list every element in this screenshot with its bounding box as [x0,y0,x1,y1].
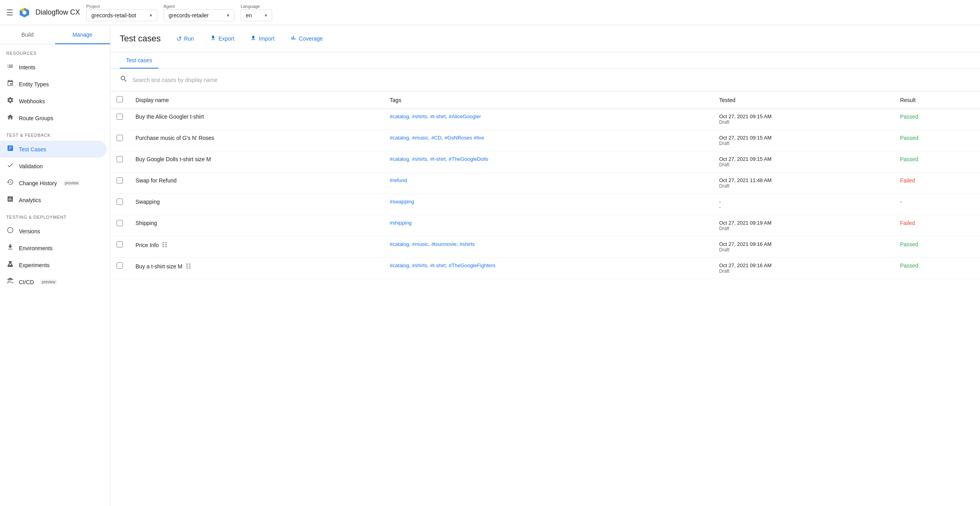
hamburger-icon[interactable]: ☰ [6,8,13,17]
topbar-selectors: Project grecords-retail-bot ▾ Agent grec… [86,4,974,21]
project-dropdown[interactable]: grecords-retail-bot ▾ [86,9,157,21]
tag[interactable]: #t-shirt, [430,262,447,268]
tag[interactable]: #t-shirt, [430,113,447,119]
row-checkbox-0[interactable] [117,113,123,120]
table-row: Purchase music of G's N' Roses#catalog,#… [110,130,980,151]
result-value: Passed [900,262,919,269]
route-groups-icon [6,113,14,123]
language-dropdown[interactable]: en ▾ [241,9,272,21]
versions-icon [6,227,14,236]
sidebar: Build Manage RESOURCES Intents Entity Ty… [0,25,110,506]
row-checkbox-2[interactable] [117,156,123,162]
search-icon [120,75,128,85]
tag[interactable]: #refund [390,177,407,183]
tag[interactable]: #AliceGoogler [449,113,481,119]
sidebar-item-versions[interactable]: Versions [0,223,107,240]
display-name-cell: Swapping [135,199,377,205]
agent-selector[interactable]: Agent grecords-retailer ▾ [163,4,234,21]
tag[interactable]: #catalog, [390,262,410,268]
tag[interactable]: #t-shirt, [430,156,447,162]
header-display-name: Display name [129,91,383,109]
run-icon: ↺ [176,35,182,43]
intents-label: Intents [19,64,35,71]
tag[interactable]: #catalog, [390,113,410,119]
sidebar-item-change-history[interactable]: Change History preview [0,175,107,192]
result-value: Passed [900,241,919,247]
tested-cell: Oct 27, 2021 09:19 AMDraft [713,215,894,236]
tag[interactable]: #GsNRoses [445,135,472,141]
display-name-text[interactable]: Buy a t-shirt size M [135,263,182,270]
tag[interactable]: #live [474,135,484,141]
sidebar-item-intents[interactable]: Intents [0,59,107,76]
sidebar-item-webhooks[interactable]: Webhooks [0,93,107,110]
agent-dropdown[interactable]: grecords-retailer ▾ [163,9,234,21]
result-cell: Passed [894,258,980,279]
svg-point-3 [22,11,26,15]
entity-types-icon [6,80,14,89]
content-tab-nav: Test cases [110,52,980,69]
tab-manage[interactable]: Manage [55,25,110,44]
display-name-text[interactable]: Swapping [135,199,160,205]
tag[interactable]: #shirts, [412,156,429,162]
coverage-icon [290,35,297,43]
tag[interactable]: #TheGoogleFighters [449,262,496,268]
tab-nav-test-cases[interactable]: Test cases [120,52,158,68]
tags-cell: #catalog,#shirts,#t-shirt,#TheGoogleDoll… [390,156,706,162]
search-input[interactable] [132,77,971,83]
display-name-text[interactable]: Price Info [135,242,159,248]
row-checkbox-3[interactable] [117,177,123,184]
import-button[interactable]: Import [244,32,281,46]
tag[interactable]: #TheGoogleDolls [449,156,488,162]
row-checkbox-6[interactable] [117,241,123,247]
tags-cell: #catalog,#music,#CD,#GsNRoses#live [390,135,706,141]
coverage-button[interactable]: Coverage [284,32,329,46]
select-all-checkbox[interactable] [117,96,123,102]
result-cell: Failed [894,173,980,194]
tag[interactable]: #tourmovie, [431,241,458,247]
sidebar-item-experiments[interactable]: Experiments [0,257,107,273]
project-selector[interactable]: Project grecords-retail-bot ▾ [86,4,157,21]
table-row: Swapping#swapping--- [110,194,980,215]
experiments-icon [6,260,14,270]
table-row: Swap for Refund#refundOct 27, 2021 11:48… [110,173,980,194]
tag[interactable]: #shirts, [412,113,429,119]
versions-label: Versions [19,228,40,234]
display-name-text[interactable]: Buy the Alice Googler t-shirt [135,113,204,120]
row-checkbox-7[interactable] [117,262,123,269]
language-label: Language [241,4,272,9]
sidebar-item-analytics[interactable]: Analytics [0,192,107,208]
tab-build[interactable]: Build [0,25,55,44]
table-row: Buy a t-shirt size M☷#catalog,#shirts,#t… [110,258,980,279]
tag[interactable]: #music, [412,241,430,247]
tag[interactable]: #music, [412,135,430,141]
display-name-text[interactable]: Buy Google Dolls t-shirt size M [135,156,211,162]
environments-label: Environments [19,245,53,251]
sidebar-item-environments[interactable]: Environments [0,240,107,257]
run-button[interactable]: ↺ Run [170,32,200,46]
sidebar-item-test-cases[interactable]: Test Cases [0,141,107,158]
display-name-text[interactable]: Swap for Refund [135,177,176,184]
display-name-cell: Buy a t-shirt size M☷ [135,262,377,270]
export-button[interactable]: Export [204,32,241,46]
language-selector[interactable]: Language en ▾ [241,4,272,21]
row-checkbox-1[interactable] [117,135,123,141]
tag[interactable]: #catalog, [390,156,410,162]
tag[interactable]: #swapping [390,199,414,205]
table-row: Buy Google Dolls t-shirt size M#catalog,… [110,151,980,173]
display-name-text[interactable]: Purchase music of G's N' Roses [135,135,214,141]
sidebar-item-cicd[interactable]: CI/CD preview [0,273,107,290]
sidebar-item-validation[interactable]: Validation [0,158,107,175]
tag[interactable]: #catalog, [390,135,410,141]
tags-cell: #catalog,#music,#tourmovie,#shirts [390,241,706,247]
tag[interactable]: #catalog, [390,241,410,247]
tag[interactable]: #shirts, [412,262,429,268]
sidebar-item-route-groups[interactable]: Route Groups [0,110,107,126]
tag[interactable]: #shirts [460,241,475,247]
agent-chevron-icon: ▾ [227,13,229,18]
tag[interactable]: #CD, [431,135,443,141]
row-checkbox-5[interactable] [117,220,123,226]
display-name-text[interactable]: Shipping [135,220,157,226]
sidebar-item-entity-types[interactable]: Entity Types [0,76,107,93]
tag[interactable]: #shipping [390,220,412,226]
row-checkbox-4[interactable] [117,199,123,205]
